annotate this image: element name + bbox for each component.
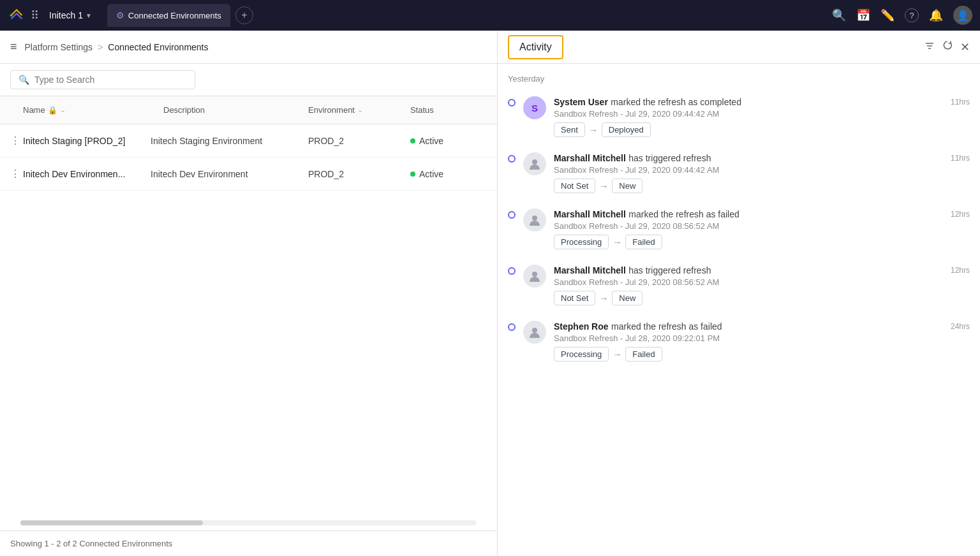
tag: Processing (554, 235, 609, 249)
add-tab-icon: + (241, 10, 247, 21)
user-avatar[interactable]: 👤 (953, 6, 972, 25)
activity-user: Marshall Mitchell (554, 265, 626, 275)
row-name: Initech Staging [PROD_2] (23, 136, 151, 146)
activity-time: 12hrs (951, 208, 970, 219)
sidebar-toggle-icon[interactable]: ≡ (10, 40, 17, 54)
col-desc-label: Description (163, 105, 205, 115)
activity-title[interactable]: Activity (508, 35, 563, 59)
activity-meta: Sandbox Refresh - Jul 29, 2020 09:44:42 … (554, 165, 943, 175)
row-environment: PROD_2 (308, 169, 410, 179)
activity-action: has triggered refresh (628, 265, 711, 275)
row-status: Active (410, 136, 487, 146)
avatar: S (523, 96, 546, 119)
tag: Deployed (602, 122, 651, 137)
tag: Not Set (554, 291, 595, 305)
row-name: Initech Dev Environmen... (23, 169, 151, 179)
arrow-icon: → (599, 293, 608, 304)
activity-item: Marshall Mitchell has triggered refresh … (508, 257, 970, 313)
activity-item: Marshall Mitchell has triggered refresh … (508, 145, 970, 201)
activity-tags: Sent → Deployed (554, 122, 943, 137)
avatar (523, 321, 546, 344)
activity-tags: Processing → Failed (554, 235, 943, 249)
col-name-sort-icon[interactable]: ⌄ (60, 106, 66, 114)
workspace-chevron-icon: ▼ (85, 12, 92, 19)
tag: New (612, 291, 642, 305)
activity-meta: Sandbox Refresh - Jul 29, 2020 08:56:52 … (554, 277, 943, 287)
activity-meta: Sandbox Refresh - Jul 29, 2020 08:56:52 … (554, 221, 943, 231)
col-status-label: Status (410, 105, 434, 115)
help-icon[interactable]: ? (905, 8, 919, 22)
activity-action: marked the refresh as failed (611, 321, 722, 332)
activity-action: marked the refresh as failed (628, 209, 739, 219)
row-environment: PROD_2 (308, 136, 410, 146)
col-header-name: Name 🔒 ⌄ (23, 105, 163, 115)
arrow-icon: → (612, 237, 621, 247)
timeline-dot (508, 99, 516, 106)
filter-icon[interactable] (924, 41, 935, 54)
col-env-sort-icon[interactable]: ⌄ (357, 106, 363, 114)
edit-icon[interactable]: ✏️ (880, 8, 895, 22)
activity-item: Stephen Roe marked the refresh as failed… (508, 313, 970, 369)
row-menu-icon[interactable]: ⋮ (10, 168, 23, 180)
activity-date-group: Yesterday S System User marked the refre… (508, 64, 970, 374)
search-input[interactable] (34, 75, 187, 85)
status-label: Active (419, 169, 443, 179)
activity-content: Stephen Roe marked the refresh as failed… (554, 321, 943, 362)
col-header-status: Status (410, 105, 487, 115)
row-description: Initech Staging Environment (151, 136, 308, 146)
notification-icon[interactable]: 🔔 (929, 8, 943, 22)
activity-time: 12hrs (951, 265, 970, 275)
activity-action: has triggered refresh (628, 153, 711, 163)
nav-actions: 🔍 📅 ✏️ ? 🔔 👤 (832, 6, 972, 25)
lock-icon: 🔒 (48, 106, 57, 115)
timeline-dot (508, 211, 516, 219)
close-icon[interactable]: ✕ (960, 40, 970, 54)
top-nav: ⠿ Initech 1 ▼ ⚙ Connected Environments +… (0, 0, 980, 31)
table-row[interactable]: ⋮ Initech Staging [PROD_2] Initech Stagi… (0, 124, 497, 157)
breadcrumb-parent[interactable]: Platform Settings (25, 42, 93, 52)
tag: Failed (625, 235, 662, 249)
table-footer: Showing 1 - 2 of 2 Connected Environment… (0, 530, 497, 556)
search-bar: 🔍 (0, 64, 497, 96)
svg-point-0 (10, 14, 13, 17)
svg-point-7 (532, 328, 537, 333)
table-header: Name 🔒 ⌄ Description Environment ⌄ Statu… (0, 96, 497, 124)
activity-content: Marshall Mitchell has triggered refresh … (554, 152, 943, 193)
activity-tags: Processing → Failed (554, 347, 943, 362)
col-env-label: Environment (308, 105, 355, 115)
activity-tags: Not Set → New (554, 179, 943, 193)
tab-label: Connected Environments (128, 11, 221, 20)
table-scrollbar[interactable] (20, 520, 477, 525)
activity-feed: Yesterday S System User marked the refre… (498, 64, 980, 556)
tag: Not Set (554, 179, 595, 193)
arrow-icon: → (589, 125, 598, 135)
col-header-environment: Environment ⌄ (308, 105, 410, 115)
refresh-icon[interactable] (942, 41, 953, 54)
breadcrumb-current: Connected Environments (108, 42, 208, 52)
tag: Failed (625, 347, 662, 362)
left-panel: ≡ Platform Settings > Connected Environm… (0, 31, 498, 556)
app-logo (8, 6, 26, 24)
col-name-label: Name (23, 105, 45, 115)
table-row[interactable]: ⋮ Initech Dev Environmen... Initech Dev … (0, 157, 497, 191)
row-status: Active (410, 169, 487, 179)
activity-header: Activity ✕ (498, 31, 980, 64)
workspace-selector[interactable]: Initech 1 ▼ (44, 8, 97, 23)
tag: New (612, 179, 642, 193)
activity-meta: Sandbox Refresh - Jul 28, 2020 09:22:01 … (554, 333, 943, 343)
search-nav-icon[interactable]: 🔍 (832, 8, 846, 22)
table-body: ⋮ Initech Staging [PROD_2] Initech Stagi… (0, 124, 497, 515)
grid-icon[interactable]: ⠿ (31, 8, 39, 22)
activity-item: S System User marked the refresh as comp… (508, 89, 970, 145)
calendar-icon[interactable]: 📅 (856, 8, 870, 22)
workspace-label: Initech 1 (49, 10, 83, 20)
connected-environments-tab[interactable]: ⚙ Connected Environments (107, 4, 230, 27)
breadcrumb: ≡ Platform Settings > Connected Environm… (0, 31, 497, 64)
avatar (523, 152, 546, 175)
activity-user: Marshall Mitchell (554, 153, 626, 163)
activity-meta: Sandbox Refresh - Jul 29, 2020 09:44:42 … (554, 109, 943, 119)
row-menu-icon[interactable]: ⋮ (10, 135, 23, 147)
status-dot (410, 138, 415, 143)
add-tab-button[interactable]: + (235, 6, 253, 24)
activity-panel: Activity ✕ Ye (498, 31, 980, 556)
